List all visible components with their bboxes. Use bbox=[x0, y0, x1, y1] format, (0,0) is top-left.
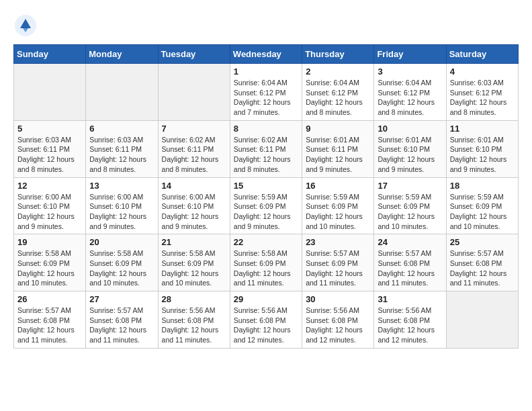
calendar-cell: 29Sunrise: 5:56 AM Sunset: 6:08 PM Dayli… bbox=[230, 291, 302, 349]
cell-day-number: 19 bbox=[17, 237, 82, 247]
weekday-header-sunday: Sunday bbox=[14, 45, 86, 64]
cell-info-text: Sunrise: 5:58 AM Sunset: 6:09 PM Dayligh… bbox=[234, 248, 298, 288]
cell-info-text: Sunrise: 6:03 AM Sunset: 6:11 PM Dayligh… bbox=[17, 135, 82, 175]
cell-info-text: Sunrise: 6:01 AM Sunset: 6:11 PM Dayligh… bbox=[306, 135, 370, 175]
calendar-cell: 27Sunrise: 5:57 AM Sunset: 6:08 PM Dayli… bbox=[86, 291, 158, 349]
cell-day-number: 24 bbox=[378, 237, 442, 247]
calendar-cell: 21Sunrise: 5:58 AM Sunset: 6:09 PM Dayli… bbox=[158, 234, 230, 291]
calendar-table: SundayMondayTuesdayWednesdayThursdayFrid… bbox=[13, 44, 519, 349]
weekday-header-monday: Monday bbox=[86, 45, 158, 64]
cell-day-number: 8 bbox=[234, 124, 298, 134]
cell-day-number: 12 bbox=[17, 181, 82, 191]
cell-info-text: Sunrise: 5:59 AM Sunset: 6:09 PM Dayligh… bbox=[450, 192, 515, 232]
cell-day-number: 14 bbox=[162, 181, 226, 191]
cell-info-text: Sunrise: 5:56 AM Sunset: 6:08 PM Dayligh… bbox=[378, 306, 442, 345]
cell-info-text: Sunrise: 6:00 AM Sunset: 6:10 PM Dayligh… bbox=[162, 192, 226, 232]
cell-info-text: Sunrise: 5:57 AM Sunset: 6:08 PM Dayligh… bbox=[450, 248, 515, 288]
weekday-header-tuesday: Tuesday bbox=[158, 45, 230, 64]
cell-day-number: 4 bbox=[450, 66, 515, 77]
cell-info-text: Sunrise: 6:04 AM Sunset: 6:12 PM Dayligh… bbox=[234, 78, 298, 118]
cell-info-text: Sunrise: 5:59 AM Sunset: 6:09 PM Dayligh… bbox=[378, 192, 442, 232]
weekday-header-thursday: Thursday bbox=[302, 45, 374, 64]
calendar-cell: 7Sunrise: 6:02 AM Sunset: 6:11 PM Daylig… bbox=[158, 120, 230, 177]
calendar-cell: 16Sunrise: 5:59 AM Sunset: 6:09 PM Dayli… bbox=[302, 177, 374, 234]
calendar-cell: 25Sunrise: 5:57 AM Sunset: 6:08 PM Dayli… bbox=[446, 234, 518, 291]
calendar-cell: 15Sunrise: 5:59 AM Sunset: 6:09 PM Dayli… bbox=[230, 177, 302, 234]
cell-info-text: Sunrise: 6:01 AM Sunset: 6:10 PM Dayligh… bbox=[378, 135, 442, 175]
cell-day-number: 6 bbox=[89, 124, 154, 134]
cell-info-text: Sunrise: 5:57 AM Sunset: 6:08 PM Dayligh… bbox=[378, 248, 442, 288]
logo bbox=[13, 13, 42, 38]
calendar-cell: 6Sunrise: 6:03 AM Sunset: 6:11 PM Daylig… bbox=[86, 120, 158, 177]
weekday-header-saturday: Saturday bbox=[446, 45, 518, 64]
cell-day-number: 21 bbox=[162, 237, 226, 247]
cell-info-text: Sunrise: 6:02 AM Sunset: 6:11 PM Dayligh… bbox=[234, 135, 298, 175]
calendar-cell: 20Sunrise: 5:58 AM Sunset: 6:09 PM Dayli… bbox=[86, 234, 158, 291]
cell-info-text: Sunrise: 6:03 AM Sunset: 6:11 PM Dayligh… bbox=[89, 135, 154, 175]
calendar-cell: 3Sunrise: 6:04 AM Sunset: 6:12 PM Daylig… bbox=[374, 64, 446, 121]
cell-day-number: 30 bbox=[306, 294, 370, 304]
calendar-week-5: 26Sunrise: 5:57 AM Sunset: 6:08 PM Dayli… bbox=[14, 291, 519, 349]
weekday-header-wednesday: Wednesday bbox=[230, 45, 302, 64]
calendar-cell: 30Sunrise: 5:56 AM Sunset: 6:08 PM Dayli… bbox=[302, 291, 374, 349]
calendar-cell: 2Sunrise: 6:04 AM Sunset: 6:12 PM Daylig… bbox=[302, 64, 374, 121]
calendar-cell: 1Sunrise: 6:04 AM Sunset: 6:12 PM Daylig… bbox=[230, 64, 302, 121]
cell-day-number: 1 bbox=[234, 66, 298, 77]
weekday-header-row: SundayMondayTuesdayWednesdayThursdayFrid… bbox=[14, 45, 519, 64]
calendar-cell: 13Sunrise: 6:00 AM Sunset: 6:10 PM Dayli… bbox=[86, 177, 158, 234]
cell-info-text: Sunrise: 5:58 AM Sunset: 6:09 PM Dayligh… bbox=[89, 248, 154, 288]
calendar-cell: 19Sunrise: 5:58 AM Sunset: 6:09 PM Dayli… bbox=[14, 234, 86, 291]
calendar-cell: 23Sunrise: 5:57 AM Sunset: 6:09 PM Dayli… bbox=[302, 234, 374, 291]
cell-day-number: 20 bbox=[89, 237, 154, 247]
calendar-week-1: 1Sunrise: 6:04 AM Sunset: 6:12 PM Daylig… bbox=[14, 64, 519, 121]
logo-icon bbox=[13, 13, 38, 38]
cell-day-number: 5 bbox=[17, 124, 82, 134]
calendar-week-2: 5Sunrise: 6:03 AM Sunset: 6:11 PM Daylig… bbox=[14, 120, 519, 177]
calendar-cell bbox=[14, 64, 86, 121]
calendar-cell: 28Sunrise: 5:56 AM Sunset: 6:08 PM Dayli… bbox=[158, 291, 230, 349]
cell-day-number: 16 bbox=[306, 181, 370, 191]
calendar-cell: 11Sunrise: 6:01 AM Sunset: 6:10 PM Dayli… bbox=[446, 120, 518, 177]
calendar-cell: 31Sunrise: 5:56 AM Sunset: 6:08 PM Dayli… bbox=[374, 291, 446, 349]
cell-day-number: 7 bbox=[162, 124, 226, 134]
cell-day-number: 23 bbox=[306, 237, 370, 247]
cell-day-number: 27 bbox=[89, 294, 154, 304]
cell-info-text: Sunrise: 5:59 AM Sunset: 6:09 PM Dayligh… bbox=[306, 192, 370, 232]
cell-day-number: 31 bbox=[378, 294, 442, 304]
cell-info-text: Sunrise: 5:57 AM Sunset: 6:09 PM Dayligh… bbox=[306, 248, 370, 288]
calendar-cell: 12Sunrise: 6:00 AM Sunset: 6:10 PM Dayli… bbox=[14, 177, 86, 234]
cell-info-text: Sunrise: 5:57 AM Sunset: 6:08 PM Dayligh… bbox=[17, 306, 82, 345]
cell-day-number: 22 bbox=[234, 237, 298, 247]
cell-info-text: Sunrise: 5:58 AM Sunset: 6:09 PM Dayligh… bbox=[17, 248, 82, 288]
calendar-cell: 5Sunrise: 6:03 AM Sunset: 6:11 PM Daylig… bbox=[14, 120, 86, 177]
calendar-cell bbox=[158, 64, 230, 121]
calendar-cell bbox=[446, 291, 518, 349]
cell-day-number: 2 bbox=[306, 66, 370, 77]
cell-info-text: Sunrise: 5:58 AM Sunset: 6:09 PM Dayligh… bbox=[162, 248, 226, 288]
calendar-cell: 26Sunrise: 5:57 AM Sunset: 6:08 PM Dayli… bbox=[14, 291, 86, 349]
calendar-cell: 4Sunrise: 6:03 AM Sunset: 6:12 PM Daylig… bbox=[446, 64, 518, 121]
calendar-cell: 8Sunrise: 6:02 AM Sunset: 6:11 PM Daylig… bbox=[230, 120, 302, 177]
calendar-cell: 22Sunrise: 5:58 AM Sunset: 6:09 PM Dayli… bbox=[230, 234, 302, 291]
cell-day-number: 17 bbox=[378, 181, 442, 191]
cell-day-number: 11 bbox=[450, 124, 515, 134]
cell-info-text: Sunrise: 6:00 AM Sunset: 6:10 PM Dayligh… bbox=[89, 192, 154, 232]
cell-info-text: Sunrise: 6:00 AM Sunset: 6:10 PM Dayligh… bbox=[17, 192, 82, 232]
calendar-cell: 14Sunrise: 6:00 AM Sunset: 6:10 PM Dayli… bbox=[158, 177, 230, 234]
calendar-cell: 24Sunrise: 5:57 AM Sunset: 6:08 PM Dayli… bbox=[374, 234, 446, 291]
cell-info-text: Sunrise: 6:03 AM Sunset: 6:12 PM Dayligh… bbox=[450, 78, 515, 118]
page-header bbox=[13, 13, 519, 38]
cell-day-number: 13 bbox=[89, 181, 154, 191]
cell-day-number: 15 bbox=[234, 181, 298, 191]
cell-day-number: 9 bbox=[306, 124, 370, 134]
cell-day-number: 10 bbox=[378, 124, 442, 134]
cell-info-text: Sunrise: 6:02 AM Sunset: 6:11 PM Dayligh… bbox=[162, 135, 226, 175]
calendar-cell bbox=[86, 64, 158, 121]
cell-day-number: 25 bbox=[450, 237, 515, 247]
cell-info-text: Sunrise: 5:56 AM Sunset: 6:08 PM Dayligh… bbox=[162, 306, 226, 345]
calendar-week-3: 12Sunrise: 6:00 AM Sunset: 6:10 PM Dayli… bbox=[14, 177, 519, 234]
calendar-cell: 17Sunrise: 5:59 AM Sunset: 6:09 PM Dayli… bbox=[374, 177, 446, 234]
cell-day-number: 3 bbox=[378, 66, 442, 77]
cell-info-text: Sunrise: 6:04 AM Sunset: 6:12 PM Dayligh… bbox=[378, 78, 442, 118]
cell-info-text: Sunrise: 5:56 AM Sunset: 6:08 PM Dayligh… bbox=[234, 306, 298, 345]
